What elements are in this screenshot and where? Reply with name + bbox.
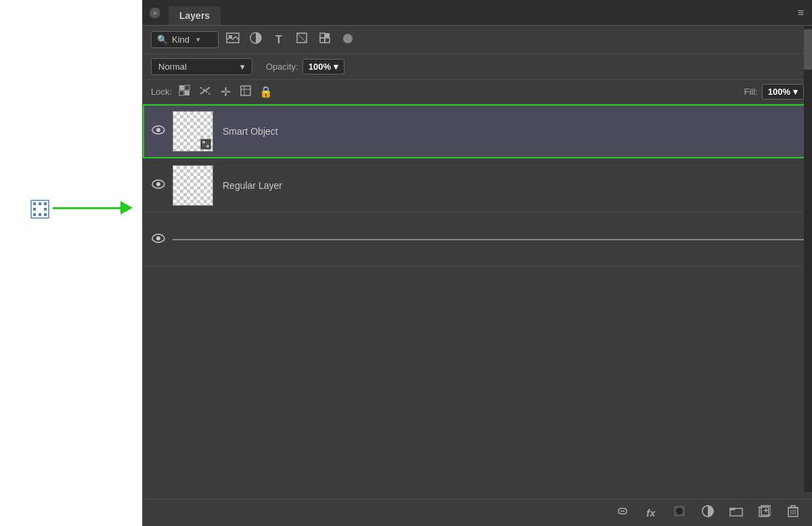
layer-thumbnail-smart-object [173, 111, 213, 152]
svg-rect-19 [179, 85, 184, 90]
new-layer-icon[interactable] [755, 505, 774, 521]
svg-point-40 [676, 508, 683, 514]
opacity-dropdown[interactable]: 100% ▾ [302, 59, 344, 74]
panel-menu-icon[interactable]: ≡ [798, 7, 804, 19]
add-layer-mask-icon[interactable] [670, 505, 689, 521]
layer-item-smart-object[interactable]: Smart Object [143, 104, 812, 158]
svg-rect-32 [202, 145, 205, 148]
svg-rect-8 [39, 213, 41, 216]
layer-item-background[interactable]: Background 🔒 [143, 213, 812, 267]
new-group-icon[interactable] [727, 506, 746, 520]
annotation-arrow [53, 201, 133, 215]
gray-circle-icon[interactable] [339, 32, 357, 47]
svg-rect-9 [44, 213, 47, 216]
svg-rect-3 [44, 202, 47, 205]
arrow-line [53, 207, 120, 209]
fill-group: Fill: 100% ▾ [744, 84, 804, 100]
bottom-toolbar: fx [143, 499, 812, 526]
smart-object-annotation-icon [30, 200, 49, 219]
layer-name-smart-object: Smart Object [223, 126, 804, 137]
close-button[interactable]: × [150, 7, 160, 18]
svg-rect-22 [185, 91, 189, 95]
svg-rect-2 [39, 202, 41, 205]
opacity-value-text: 100% [309, 62, 331, 72]
svg-rect-30 [202, 141, 205, 144]
svg-rect-15 [320, 33, 325, 38]
svg-rect-4 [33, 208, 36, 211]
layer-thumbnail-regular [173, 165, 213, 206]
image-filter-icon[interactable] [224, 32, 242, 47]
blend-mode-chevron: ▾ [240, 62, 245, 72]
filter-row: 🔍 Kind ▾ T [143, 26, 812, 54]
lock-image-pixels-btn[interactable] [198, 85, 212, 100]
delete-layer-icon[interactable] [784, 505, 803, 521]
svg-rect-7 [33, 213, 36, 216]
svg-rect-5 [39, 208, 41, 211]
layer-thumbnail-background [173, 239, 812, 240]
opacity-label: Opacity: [266, 62, 298, 72]
type-filter-icon[interactable]: T [270, 34, 288, 46]
svg-rect-25 [241, 86, 250, 95]
kind-chevron: ▾ [196, 35, 200, 44]
svg-rect-17 [325, 33, 330, 38]
layers-list: Smart Object Regular Layer Background 🔒 [143, 104, 812, 499]
adjustment-filter-icon[interactable] [247, 32, 265, 47]
svg-point-37 [156, 236, 160, 240]
shape-filter-icon[interactable] [293, 32, 311, 47]
layers-panel: « × Layers ≡ 🔍 Kind ▾ T [142, 0, 812, 526]
svg-rect-50 [791, 506, 795, 508]
svg-rect-6 [44, 208, 47, 211]
svg-rect-16 [325, 38, 330, 43]
svg-rect-31 [206, 141, 209, 144]
blend-mode-dropdown[interactable]: Normal ▾ [151, 58, 252, 75]
fill-label: Fill: [744, 87, 758, 97]
fill-chevron: ▾ [793, 87, 798, 97]
fill-dropdown[interactable]: 100% ▾ [762, 84, 804, 100]
kind-dropdown[interactable]: 🔍 Kind ▾ [151, 31, 219, 48]
smart-filter-icon[interactable] [316, 32, 334, 47]
fill-value-text: 100% [768, 87, 790, 97]
opacity-chevron: ▾ [334, 62, 338, 72]
svg-rect-18 [320, 38, 325, 43]
svg-point-35 [156, 182, 160, 186]
svg-rect-1 [33, 202, 36, 205]
workspace: « × Layers ≡ 🔍 Kind ▾ T [0, 0, 812, 526]
svg-rect-21 [179, 91, 184, 95]
panel-title: Layers [168, 6, 221, 25]
blend-mode-value: Normal [158, 62, 187, 72]
opacity-group: Opacity: 100% ▾ [266, 59, 344, 74]
canvas-area [0, 0, 142, 526]
lock-all-btn[interactable]: 🔒 [258, 85, 273, 98]
svg-rect-33 [206, 145, 209, 148]
visibility-eye-icon-background[interactable] [151, 234, 166, 246]
arrow-head [120, 201, 133, 215]
scrollbar[interactable] [804, 26, 812, 492]
svg-line-14 [297, 33, 307, 43]
layer-name-regular: Regular Layer [223, 180, 804, 191]
lock-artboard-btn[interactable] [238, 85, 253, 100]
link-layers-icon[interactable] [613, 506, 632, 520]
visibility-eye-icon-regular[interactable] [151, 179, 166, 192]
fx-icon[interactable]: fx [641, 507, 660, 519]
visibility-eye-icon[interactable] [151, 125, 166, 137]
kind-label: Kind [172, 35, 189, 45]
svg-point-29 [156, 128, 160, 132]
blend-mode-row: Normal ▾ Opacity: 100% ▾ [143, 54, 812, 80]
new-adjustment-layer-icon[interactable] [698, 505, 717, 521]
scroll-thumb[interactable] [804, 29, 812, 70]
lock-fill-row: Lock: ✛ [143, 80, 812, 104]
lock-transparent-pixels-btn[interactable] [177, 85, 192, 100]
layer-item-regular[interactable]: Regular Layer [143, 158, 812, 213]
lock-position-btn[interactable]: ✛ [218, 85, 233, 100]
svg-rect-20 [185, 85, 189, 90]
lock-label: Lock: [151, 87, 172, 97]
search-icon: 🔍 [157, 35, 168, 45]
panel-header: × Layers ≡ [143, 0, 812, 26]
